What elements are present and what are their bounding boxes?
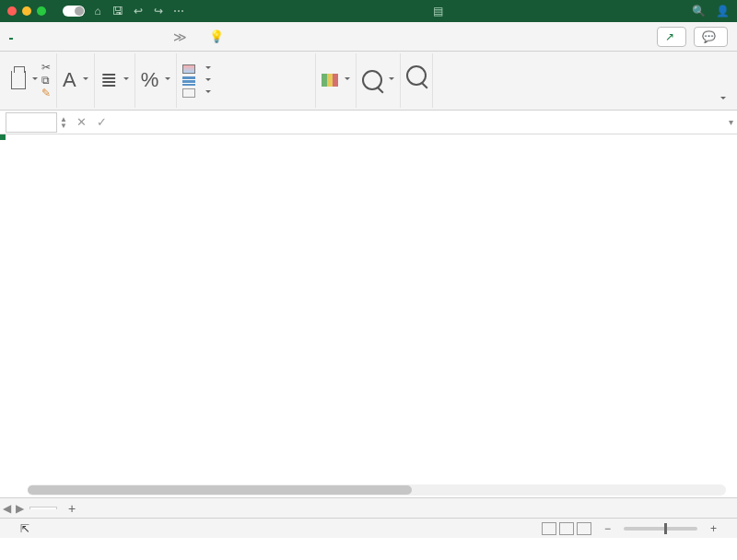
group-font: A bbox=[57, 53, 95, 108]
group-cells bbox=[316, 53, 357, 108]
horizontal-scrollbar[interactable] bbox=[28, 484, 726, 496]
formula-input[interactable] bbox=[115, 113, 724, 131]
group-styles bbox=[177, 53, 316, 108]
number-dropdown-icon[interactable] bbox=[162, 73, 170, 87]
format-as-table-button[interactable] bbox=[182, 76, 310, 87]
account-icon[interactable]: 👤 bbox=[715, 5, 730, 18]
fat-dropdown-icon[interactable] bbox=[203, 76, 211, 87]
tab-insert[interactable] bbox=[29, 35, 33, 39]
title-bar: ⌂ 🖫 ↩ ↪ ⋯ ▤ 🔍 👤 bbox=[0, 0, 737, 22]
status-bar: ⇱ − + bbox=[0, 518, 737, 538]
search-icon[interactable]: 🔍 bbox=[691, 5, 706, 18]
conditional-formatting-icon bbox=[182, 64, 195, 74]
comments-button[interactable]: 💬 bbox=[694, 27, 728, 47]
tab-data[interactable] bbox=[111, 35, 114, 39]
autosave-toggle[interactable] bbox=[63, 6, 85, 17]
add-sheet-button[interactable]: + bbox=[63, 501, 81, 516]
bulb-icon: 💡 bbox=[209, 29, 224, 43]
cut-icon[interactable]: ✂ bbox=[41, 61, 51, 74]
share-button[interactable]: ↗ bbox=[657, 27, 686, 47]
cancel-formula-icon[interactable]: ✕ bbox=[71, 115, 91, 129]
editing-dropdown-icon[interactable] bbox=[386, 73, 394, 87]
tab-page-layout[interactable] bbox=[70, 35, 74, 39]
enter-formula-icon[interactable]: ✓ bbox=[91, 115, 111, 129]
page-break-view-icon[interactable] bbox=[577, 522, 591, 535]
share-icon: ↗ bbox=[665, 30, 674, 43]
expand-formula-icon[interactable]: ▾ bbox=[724, 117, 737, 127]
font-dropdown-icon[interactable] bbox=[80, 73, 88, 87]
group-clipboard: ✂ ⧉ ✎ bbox=[6, 53, 57, 108]
cf-dropdown-icon[interactable] bbox=[203, 64, 211, 75]
tell-me[interactable]: 💡 bbox=[209, 29, 228, 43]
paste-button[interactable] bbox=[11, 71, 26, 89]
name-box[interactable] bbox=[6, 112, 57, 133]
comments-icon: 💬 bbox=[702, 30, 716, 43]
maximize-icon[interactable] bbox=[37, 6, 46, 16]
sheet-nav-next-icon[interactable]: ▶ bbox=[13, 502, 26, 515]
name-box-stepper[interactable]: ▲▼ bbox=[60, 116, 71, 129]
editing-icon[interactable] bbox=[362, 70, 382, 90]
font-icon[interactable]: A bbox=[63, 68, 76, 92]
view-switcher[interactable] bbox=[542, 522, 591, 535]
save-icon[interactable]: 🖫 bbox=[111, 5, 125, 18]
conditional-formatting-button[interactable] bbox=[182, 64, 310, 75]
number-icon[interactable]: % bbox=[141, 68, 159, 92]
copy-icon[interactable]: ⧉ bbox=[41, 74, 51, 87]
page-layout-view-icon[interactable] bbox=[559, 522, 574, 535]
sheet-tab-1[interactable] bbox=[29, 507, 57, 509]
ribbon: ✂ ⧉ ✎ A ≣ % bbox=[0, 52, 737, 111]
spreadsheet-grid[interactable] bbox=[0, 134, 737, 497]
home-icon[interactable]: ⌂ bbox=[90, 5, 105, 18]
accessibility-icon[interactable]: ⇱ bbox=[20, 522, 29, 535]
formula-bar: ▲▼ ✕ ✓ ▾ bbox=[0, 111, 737, 134]
tab-home[interactable] bbox=[9, 34, 13, 40]
cs-dropdown-icon[interactable] bbox=[203, 88, 211, 99]
tab-review[interactable] bbox=[131, 35, 135, 39]
tab-draw[interactable] bbox=[50, 35, 53, 39]
ribbon-collapse-icon[interactable] bbox=[718, 92, 726, 106]
group-analyse bbox=[401, 53, 433, 108]
excel-doc-icon: ▤ bbox=[430, 5, 445, 18]
ribbon-tabs: ≫ 💡 ↗ 💬 bbox=[0, 22, 737, 52]
minimize-icon[interactable] bbox=[22, 6, 31, 16]
zoom-slider[interactable] bbox=[624, 527, 697, 531]
sheet-nav-prev-icon[interactable]: ◀ bbox=[0, 502, 13, 515]
zoom-in-icon[interactable]: + bbox=[710, 522, 717, 535]
undo-icon[interactable]: ↩ bbox=[131, 5, 146, 18]
cell-styles-button[interactable] bbox=[182, 88, 310, 99]
scrollbar-thumb[interactable] bbox=[28, 485, 412, 495]
chevron-down-icon: ▼ bbox=[60, 122, 71, 129]
alignment-icon[interactable]: ≣ bbox=[100, 68, 117, 92]
close-icon[interactable] bbox=[7, 6, 17, 16]
redo-icon[interactable]: ↪ bbox=[151, 5, 166, 18]
tab-more-icon[interactable]: ≫ bbox=[171, 28, 189, 46]
table-icon bbox=[182, 76, 195, 86]
group-number: % bbox=[135, 53, 178, 108]
tab-view[interactable] bbox=[151, 35, 155, 39]
format-painter-icon[interactable]: ✎ bbox=[41, 87, 51, 99]
cells-dropdown-icon[interactable] bbox=[342, 73, 350, 87]
cell-styles-icon bbox=[182, 88, 195, 98]
normal-view-icon[interactable] bbox=[542, 522, 556, 535]
sheet-tab-bar: ◀ ▶ + bbox=[0, 497, 737, 518]
clipboard-icon bbox=[11, 71, 26, 89]
more-icon[interactable]: ⋯ bbox=[171, 5, 186, 18]
tab-formulas[interactable] bbox=[90, 35, 94, 39]
fill-handle[interactable] bbox=[0, 134, 6, 140]
zoom-out-icon[interactable]: − bbox=[604, 522, 611, 535]
window-controls bbox=[7, 6, 46, 16]
alignment-dropdown-icon[interactable] bbox=[121, 73, 129, 87]
analyse-icon[interactable] bbox=[406, 65, 427, 86]
group-alignment: ≣ bbox=[95, 53, 135, 108]
group-editing bbox=[357, 53, 401, 108]
cells-icon[interactable] bbox=[322, 74, 338, 87]
paste-dropdown-icon[interactable] bbox=[29, 73, 38, 87]
